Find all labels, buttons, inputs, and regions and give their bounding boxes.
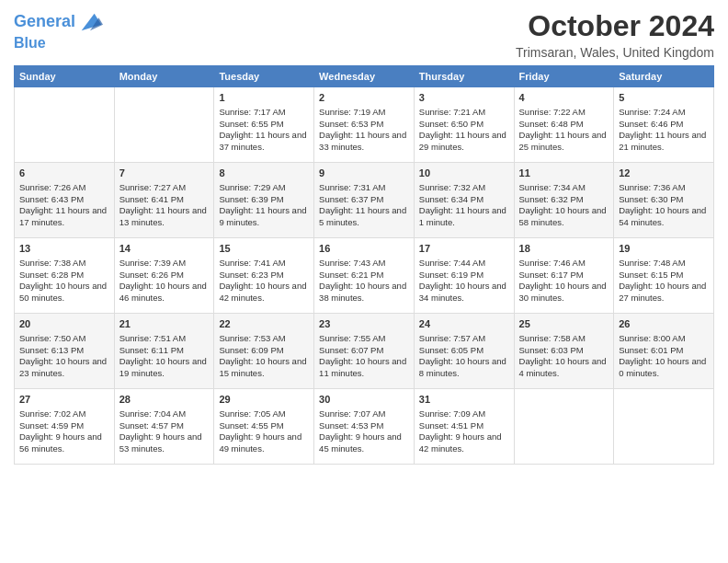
header-row: Sunday Monday Tuesday Wednesday Thursday… <box>15 66 714 87</box>
title-block: October 2024 Trimsaran, Wales, United Ki… <box>516 9 714 60</box>
day-number: 27 <box>19 393 109 407</box>
day-number: 25 <box>519 317 609 331</box>
day-info: Sunrise: 7:57 AM Sunset: 6:05 PM Dayligh… <box>419 333 509 380</box>
day-number: 29 <box>219 393 309 407</box>
table-cell: 3Sunrise: 7:21 AM Sunset: 6:50 PM Daylig… <box>414 87 514 163</box>
day-number: 2 <box>319 91 409 105</box>
table-cell: 2Sunrise: 7:19 AM Sunset: 6:53 PM Daylig… <box>314 87 415 163</box>
day-info: Sunrise: 7:22 AM Sunset: 6:48 PM Dayligh… <box>519 107 609 154</box>
day-number: 24 <box>419 317 509 331</box>
table-cell: 5Sunrise: 7:24 AM Sunset: 6:46 PM Daylig… <box>614 87 714 163</box>
day-info: Sunrise: 7:41 AM Sunset: 6:23 PM Dayligh… <box>219 258 309 304</box>
day-number: 11 <box>519 167 609 180</box>
table-cell <box>114 87 214 163</box>
day-number: 3 <box>419 91 509 105</box>
col-thursday: Thursday <box>414 66 514 87</box>
calendar-header: Sunday Monday Tuesday Wednesday Thursday… <box>15 66 714 87</box>
table-cell: 16Sunrise: 7:43 AM Sunset: 6:21 PM Dayli… <box>314 238 415 314</box>
day-number: 16 <box>319 242 409 256</box>
day-info: Sunrise: 7:43 AM Sunset: 6:21 PM Dayligh… <box>319 258 409 304</box>
header: General Blue October 2024 Trimsaran, Wal… <box>14 9 714 60</box>
day-info: Sunrise: 7:09 AM Sunset: 4:51 PM Dayligh… <box>419 408 509 455</box>
day-number: 30 <box>319 393 409 407</box>
day-info: Sunrise: 7:27 AM Sunset: 6:41 PM Dayligh… <box>119 182 210 229</box>
table-cell: 17Sunrise: 7:44 AM Sunset: 6:19 PM Dayli… <box>414 238 514 314</box>
day-info: Sunrise: 7:53 AM Sunset: 6:09 PM Dayligh… <box>219 333 309 380</box>
table-cell: 20Sunrise: 7:50 AM Sunset: 6:13 PM Dayli… <box>15 314 115 389</box>
table-cell: 28Sunrise: 7:04 AM Sunset: 4:57 PM Dayli… <box>114 389 214 465</box>
col-saturday: Saturday <box>614 66 714 87</box>
day-number: 8 <box>219 167 309 180</box>
logo-text: General <box>14 13 75 31</box>
table-cell: 19Sunrise: 7:48 AM Sunset: 6:15 PM Dayli… <box>614 238 714 314</box>
table-cell: 8Sunrise: 7:29 AM Sunset: 6:39 PM Daylig… <box>214 163 314 238</box>
day-info: Sunrise: 7:39 AM Sunset: 6:26 PM Dayligh… <box>119 258 210 304</box>
table-cell: 25Sunrise: 7:58 AM Sunset: 6:03 PM Dayli… <box>514 314 614 389</box>
col-monday: Monday <box>114 66 214 87</box>
col-tuesday: Tuesday <box>214 66 314 87</box>
calendar-body: 1Sunrise: 7:17 AM Sunset: 6:55 PM Daylig… <box>15 87 714 465</box>
table-cell: 11Sunrise: 7:34 AM Sunset: 6:32 PM Dayli… <box>514 163 614 238</box>
calendar-week-row: 27Sunrise: 7:02 AM Sunset: 4:59 PM Dayli… <box>15 389 714 465</box>
logo-icon <box>77 9 103 35</box>
table-cell: 6Sunrise: 7:26 AM Sunset: 6:43 PM Daylig… <box>15 163 115 238</box>
day-info: Sunrise: 7:50 AM Sunset: 6:13 PM Dayligh… <box>19 333 109 380</box>
day-info: Sunrise: 7:44 AM Sunset: 6:19 PM Dayligh… <box>419 258 509 304</box>
day-number: 7 <box>119 167 210 180</box>
day-number: 18 <box>519 242 609 256</box>
day-info: Sunrise: 7:55 AM Sunset: 6:07 PM Dayligh… <box>319 333 409 380</box>
table-cell: 24Sunrise: 7:57 AM Sunset: 6:05 PM Dayli… <box>414 314 514 389</box>
table-cell: 29Sunrise: 7:05 AM Sunset: 4:55 PM Dayli… <box>214 389 314 465</box>
table-cell <box>614 389 714 465</box>
logo: General Blue <box>14 9 103 52</box>
day-number: 22 <box>219 317 309 331</box>
logo-general: General <box>14 12 75 30</box>
day-number: 31 <box>419 393 509 407</box>
day-number: 17 <box>419 242 509 256</box>
day-info: Sunrise: 7:46 AM Sunset: 6:17 PM Dayligh… <box>519 258 609 304</box>
day-info: Sunrise: 7:36 AM Sunset: 6:30 PM Dayligh… <box>619 182 709 229</box>
table-cell: 13Sunrise: 7:38 AM Sunset: 6:28 PM Dayli… <box>15 238 115 314</box>
day-info: Sunrise: 7:32 AM Sunset: 6:34 PM Dayligh… <box>419 182 509 229</box>
day-number: 26 <box>619 317 709 331</box>
table-cell: 26Sunrise: 8:00 AM Sunset: 6:01 PM Dayli… <box>614 314 714 389</box>
day-number: 6 <box>19 167 109 180</box>
main-title: October 2024 <box>516 9 714 43</box>
day-info: Sunrise: 7:51 AM Sunset: 6:11 PM Dayligh… <box>119 333 210 380</box>
day-number: 1 <box>219 91 309 105</box>
calendar-week-row: 13Sunrise: 7:38 AM Sunset: 6:28 PM Dayli… <box>15 238 714 314</box>
table-cell: 1Sunrise: 7:17 AM Sunset: 6:55 PM Daylig… <box>214 87 314 163</box>
day-number: 4 <box>519 91 609 105</box>
table-cell: 31Sunrise: 7:09 AM Sunset: 4:51 PM Dayli… <box>414 389 514 465</box>
day-info: Sunrise: 7:19 AM Sunset: 6:53 PM Dayligh… <box>319 107 409 154</box>
calendar-week-row: 6Sunrise: 7:26 AM Sunset: 6:43 PM Daylig… <box>15 163 714 238</box>
day-info: Sunrise: 7:07 AM Sunset: 4:53 PM Dayligh… <box>319 408 409 455</box>
day-number: 5 <box>619 91 709 105</box>
col-friday: Friday <box>514 66 614 87</box>
day-info: Sunrise: 7:21 AM Sunset: 6:50 PM Dayligh… <box>419 107 509 154</box>
table-cell <box>514 389 614 465</box>
day-number: 13 <box>19 242 109 256</box>
day-info: Sunrise: 7:34 AM Sunset: 6:32 PM Dayligh… <box>519 182 609 229</box>
logo-blue: Blue <box>14 35 103 52</box>
col-sunday: Sunday <box>15 66 115 87</box>
day-number: 19 <box>619 242 709 256</box>
day-number: 12 <box>619 167 709 180</box>
day-info: Sunrise: 7:26 AM Sunset: 6:43 PM Dayligh… <box>19 182 109 229</box>
day-number: 20 <box>19 317 109 331</box>
calendar-table: Sunday Monday Tuesday Wednesday Thursday… <box>14 65 714 465</box>
table-cell: 27Sunrise: 7:02 AM Sunset: 4:59 PM Dayli… <box>15 389 115 465</box>
calendar-page: General Blue October 2024 Trimsaran, Wal… <box>0 0 728 563</box>
day-number: 23 <box>319 317 409 331</box>
table-cell: 18Sunrise: 7:46 AM Sunset: 6:17 PM Dayli… <box>514 238 614 314</box>
day-info: Sunrise: 8:00 AM Sunset: 6:01 PM Dayligh… <box>619 333 709 380</box>
table-cell: 7Sunrise: 7:27 AM Sunset: 6:41 PM Daylig… <box>114 163 214 238</box>
day-number: 21 <box>119 317 210 331</box>
day-info: Sunrise: 7:05 AM Sunset: 4:55 PM Dayligh… <box>219 408 309 455</box>
table-cell: 21Sunrise: 7:51 AM Sunset: 6:11 PM Dayli… <box>114 314 214 389</box>
day-number: 14 <box>119 242 210 256</box>
day-info: Sunrise: 7:58 AM Sunset: 6:03 PM Dayligh… <box>519 333 609 380</box>
day-number: 10 <box>419 167 509 180</box>
table-cell: 22Sunrise: 7:53 AM Sunset: 6:09 PM Dayli… <box>214 314 314 389</box>
table-cell: 14Sunrise: 7:39 AM Sunset: 6:26 PM Dayli… <box>114 238 214 314</box>
